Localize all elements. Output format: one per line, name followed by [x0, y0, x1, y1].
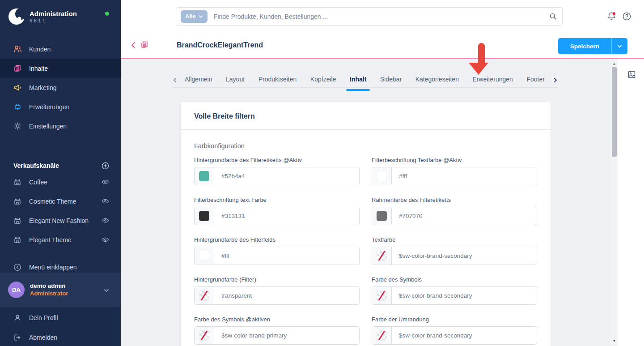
eye-icon[interactable] — [102, 217, 109, 224]
color-input[interactable]: #fff — [194, 247, 360, 265]
color-picker-button[interactable] — [195, 287, 214, 304]
storefront-icon — [13, 178, 21, 186]
tabs-scroll-left-icon[interactable] — [172, 77, 178, 82]
content-area: Allgemein Layout Produktseiten Kopfzeile… — [121, 60, 611, 346]
sidebar-item-kunden[interactable]: Kunden — [0, 39, 121, 59]
color-field: Filterbeschriftung text Farbe #313131 — [194, 196, 360, 225]
online-status-dot — [105, 12, 109, 16]
topbar: Alle — [121, 0, 644, 32]
eye-icon[interactable] — [102, 197, 109, 205]
sidebar-item-einstellungen[interactable]: Einstellungen — [0, 116, 121, 136]
color-value[interactable]: $sw-color-brand-secondary — [392, 247, 537, 265]
color-value[interactable]: $sw-color-brand-secondary — [392, 287, 537, 304]
color-value[interactable]: #707070 — [392, 207, 537, 225]
sidebar-item-label: Inhalte — [29, 65, 48, 72]
sidebar-item-elegant-new-fashion[interactable]: Elegant New Fashion — [0, 211, 121, 230]
color-picker-button[interactable] — [372, 167, 392, 185]
color-input[interactable]: $sw-color-brand-secondary — [372, 247, 537, 265]
chevron-down-icon — [617, 44, 622, 49]
color-field: Textfarbe $sw-color-brand-secondary — [372, 236, 537, 265]
field-label: Filterbeschriftung text Farbe — [194, 196, 360, 203]
save-options-dropdown[interactable] — [611, 38, 627, 54]
media-rail — [618, 60, 644, 346]
sidebar-header: Administration 6.6.1.1 — [0, 0, 121, 26]
color-swatch — [199, 171, 209, 181]
sidebar-item-marketing[interactable]: Marketing — [0, 78, 121, 97]
notifications-bell-icon[interactable] — [607, 12, 616, 21]
settings-card: Volle Breite filtern Farbkonfiguration H… — [180, 101, 551, 346]
color-input[interactable]: #52b4a4 — [194, 167, 360, 185]
channel-label: Coffee — [29, 179, 102, 186]
tabs-scroll-right-icon[interactable] — [553, 77, 558, 82]
tab-kopfzeile[interactable]: Kopfzeile — [309, 72, 337, 86]
eye-icon[interactable] — [102, 178, 109, 186]
color-input[interactable]: #707070 — [372, 207, 537, 225]
color-input[interactable]: $sw-color-brand-secondary — [372, 326, 537, 345]
color-picker-button[interactable] — [372, 247, 392, 265]
storefront-icon — [13, 197, 21, 205]
color-input[interactable]: transparent — [194, 286, 360, 305]
user-menu[interactable]: DA demo admin Administrator — [0, 273, 121, 307]
sidebar-item-coffee[interactable]: Coffee — [0, 172, 121, 192]
scrollbar-thumb[interactable] — [612, 67, 617, 157]
search-icon[interactable] — [549, 13, 557, 20]
field-label: Rahmenfarbe des Filteretiketts — [372, 196, 537, 203]
tab-footer[interactable]: Footer — [525, 72, 545, 86]
back-button[interactable] — [130, 41, 137, 50]
sidebar-item-cosmetic-theme[interactable]: Cosmetic Theme — [0, 192, 121, 211]
tab-produktseiten[interactable]: Produktseiten — [258, 72, 298, 86]
color-picker-button[interactable] — [372, 287, 392, 304]
user-role: Administrator — [30, 290, 104, 297]
color-picker-button[interactable] — [195, 327, 214, 344]
profile-menu-item[interactable]: Dein Profil — [0, 308, 121, 328]
content-module-icon — [140, 40, 149, 49]
color-picker-button[interactable] — [195, 247, 214, 265]
scroll-down-arrow[interactable]: ▼ — [611, 337, 618, 344]
sidebar-item-erweiterungen[interactable]: Erweiterungen — [0, 97, 121, 116]
color-input[interactable]: #313131 — [194, 207, 360, 225]
tab-inhalt[interactable]: Inhalt — [349, 72, 367, 86]
color-picker-button[interactable] — [372, 207, 392, 225]
color-value[interactable]: #fff — [392, 167, 537, 185]
global-search[interactable]: Alle — [176, 7, 563, 26]
eye-icon[interactable] — [102, 236, 109, 243]
color-picker-button[interactable] — [195, 167, 214, 185]
help-icon[interactable] — [622, 12, 631, 21]
color-value[interactable]: $sw-color-brand-primary — [214, 327, 359, 344]
channel-label: Cosmetic Theme — [29, 198, 102, 205]
color-value[interactable]: #313131 — [214, 207, 359, 225]
sidebar-item-elegant-theme[interactable]: Elegant Theme — [0, 230, 121, 249]
color-value[interactable]: transparent — [214, 287, 359, 304]
color-input[interactable]: $sw-color-brand-secondary — [372, 286, 537, 305]
tab-erweiterungen[interactable]: Erweiterungen — [472, 72, 514, 86]
add-sales-channel-button[interactable] — [102, 162, 109, 170]
field-label: Filterbeschriftung Textfarbe @Aktiv — [372, 157, 537, 163]
color-value[interactable]: $sw-color-brand-secondary — [392, 327, 537, 344]
tab-kategorieseiten[interactable]: Kategorieseiten — [415, 72, 460, 86]
search-scope-dropdown[interactable]: Alle — [181, 10, 208, 23]
card-title: Volle Breite filtern — [194, 112, 537, 120]
section-label: Farbkonfiguration — [194, 142, 537, 150]
color-value[interactable]: #52b4a4 — [214, 167, 359, 185]
app-version: 6.6.1.1 — [30, 18, 77, 23]
save-button[interactable]: Speichern — [558, 38, 611, 54]
vertical-scrollbar[interactable]: ▲ ▼ — [611, 60, 618, 346]
scroll-up-arrow[interactable]: ▲ — [611, 60, 618, 67]
tab-sidebar[interactable]: Sidebar — [379, 72, 402, 86]
color-value[interactable]: #fff — [214, 247, 359, 265]
color-field: Filterbeschriftung Textfarbe @Aktiv #fff — [372, 157, 537, 185]
tab-layout[interactable]: Layout — [225, 72, 246, 86]
color-picker-button[interactable] — [372, 327, 392, 344]
main-area: Alle — [121, 0, 644, 346]
field-label: Farbe des Symbols — [372, 276, 537, 283]
color-input[interactable]: $sw-color-brand-primary — [194, 326, 360, 345]
color-input[interactable]: #fff — [372, 167, 537, 185]
sidebar-item-inhalte[interactable]: Inhalte — [0, 59, 121, 78]
color-picker-button[interactable] — [195, 207, 214, 225]
storefront-icon — [13, 236, 21, 244]
logout-menu-item[interactable]: Abmelden — [0, 328, 121, 346]
tab-allgemein[interactable]: Allgemein — [184, 72, 213, 86]
search-input[interactable] — [214, 13, 549, 20]
color-swatch — [199, 251, 209, 261]
image-icon[interactable] — [627, 70, 636, 79]
